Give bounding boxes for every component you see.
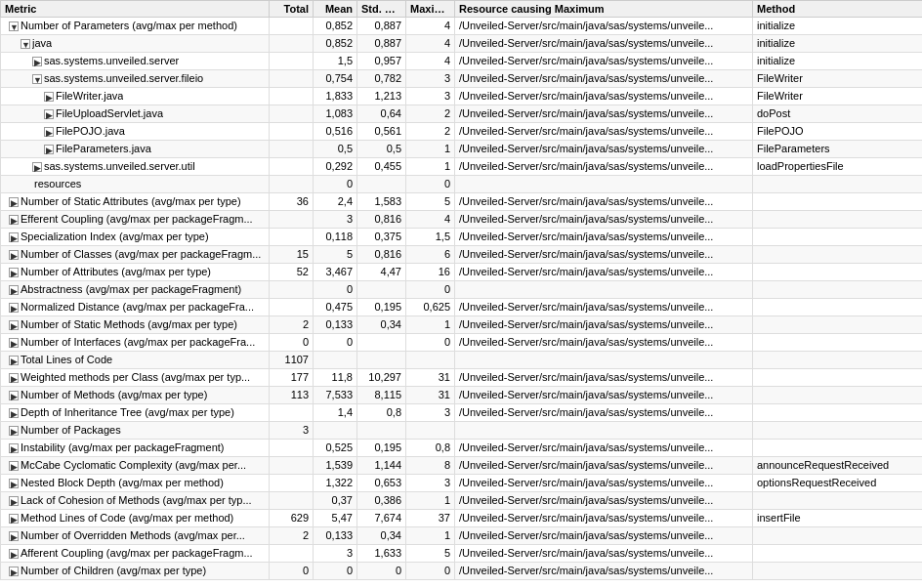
method-cell: announceRequestReceived xyxy=(753,457,923,475)
expand-collapse-icon[interactable]: ▶ xyxy=(9,531,19,541)
expand-collapse-icon[interactable]: ▶ xyxy=(32,162,42,172)
expand-collapse-icon[interactable]: ▶ xyxy=(9,443,19,453)
stddev-cell: 0,195 xyxy=(357,299,406,316)
table-row: ▶Depth of Inheritance Tree (avg/max per … xyxy=(1,404,923,422)
expand-collapse-icon[interactable]: ▶ xyxy=(9,320,19,330)
resource-cell: /Unveiled-Server/src/main/java/sas/syste… xyxy=(455,510,753,527)
total-cell xyxy=(270,88,314,105)
maxim-cell: 0 xyxy=(406,281,455,299)
table-row: ▶Efferent Coupling (avg/max per packageF… xyxy=(1,211,923,229)
resource-cell: /Unveiled-Server/src/main/java/sas/syste… xyxy=(455,88,753,105)
expand-collapse-icon[interactable]: ▶ xyxy=(9,215,19,225)
method-cell xyxy=(753,264,923,281)
maxim-cell: 3 xyxy=(406,475,455,492)
table-row: ▶Number of Static Attributes (avg/max pe… xyxy=(1,193,923,211)
metric-label: McCabe Cyclomatic Complexity (avg/max pe… xyxy=(21,458,246,473)
maxim-cell: 4 xyxy=(406,18,455,35)
table-row: ▶FileUploadServlet.java1,0830,642/Unveil… xyxy=(1,105,923,123)
resource-cell: /Unveiled-Server/src/main/java/sas/syste… xyxy=(455,105,753,123)
expand-collapse-icon[interactable]: ▼ xyxy=(9,21,19,31)
metric-label: FileWriter.java xyxy=(56,89,123,104)
mean-cell: 0,292 xyxy=(314,158,357,176)
expand-collapse-icon[interactable]: ▶ xyxy=(9,496,19,506)
expand-collapse-icon[interactable]: ▶ xyxy=(9,338,19,348)
stddev-cell: 0,8 xyxy=(357,404,406,422)
metric-cell: ▶FileUploadServlet.java xyxy=(1,105,270,123)
expand-collapse-icon[interactable]: ▶ xyxy=(9,197,19,207)
method-cell xyxy=(753,404,923,422)
maxim-cell: 3 xyxy=(406,88,455,105)
resource-cell: /Unveiled-Server/src/main/java/sas/syste… xyxy=(455,316,753,334)
metric-label: Number of Interfaces (avg/max per packag… xyxy=(21,335,255,350)
method-cell xyxy=(753,492,923,510)
stddev-cell: 0,386 xyxy=(357,492,406,510)
maxim-cell: 31 xyxy=(406,369,455,387)
method-cell: loadPropertiesFile xyxy=(753,158,923,176)
expand-collapse-icon[interactable]: ▶ xyxy=(9,426,19,436)
expand-collapse-icon[interactable]: ▶ xyxy=(44,127,54,137)
expand-collapse-icon[interactable]: ▶ xyxy=(9,285,19,295)
expand-collapse-icon[interactable]: ▶ xyxy=(44,109,54,119)
table-row: ▶Abstractness (avg/max per packageFragme… xyxy=(1,281,923,299)
expand-collapse-icon[interactable]: ▼ xyxy=(32,74,42,84)
maxim-cell: 8 xyxy=(406,457,455,475)
method-cell: FileWriter xyxy=(753,70,923,88)
expand-collapse-icon[interactable]: ▶ xyxy=(9,250,19,260)
expand-collapse-icon[interactable]: ▶ xyxy=(9,391,19,400)
expand-collapse-icon[interactable]: ▶ xyxy=(9,373,19,383)
metric-label: java xyxy=(32,36,52,51)
resource-cell xyxy=(455,352,753,369)
stddev-cell: 0,782 xyxy=(357,70,406,88)
mean-cell: 0,525 xyxy=(314,440,357,457)
metric-cell: ▶Number of Static Methods (avg/max per t… xyxy=(1,316,270,334)
expand-collapse-icon[interactable]: ▶ xyxy=(9,549,19,559)
metric-label: sas.systems.unveiled.server.util xyxy=(44,159,195,174)
table-row: ▶Normalized Distance (avg/max per packag… xyxy=(1,299,923,316)
mean-cell: 0 xyxy=(314,176,357,193)
metric-label: Number of Static Attributes (avg/max per… xyxy=(21,194,241,209)
mean-cell: 0 xyxy=(314,334,357,352)
expand-collapse-icon[interactable]: ▶ xyxy=(32,57,42,66)
expand-collapse-icon[interactable]: ▶ xyxy=(44,92,54,102)
expand-collapse-icon[interactable]: ▶ xyxy=(9,408,19,418)
method-cell xyxy=(753,369,923,387)
stddev-cell: 4,47 xyxy=(357,264,406,281)
total-cell xyxy=(270,475,314,492)
mean-cell: 0,754 xyxy=(314,70,357,88)
metric-label: Number of Overridden Methods (avg/max pe… xyxy=(21,528,245,543)
table-row: ▶FilePOJO.java0,5160,5612/Unveiled-Serve… xyxy=(1,123,923,141)
expand-collapse-icon[interactable]: ▶ xyxy=(9,479,19,488)
method-cell xyxy=(753,440,923,457)
expand-collapse-icon[interactable]: ▶ xyxy=(44,145,54,154)
metric-label: Number of Methods (avg/max per type) xyxy=(21,388,207,402)
method-cell xyxy=(753,246,923,264)
expand-collapse-icon[interactable]: ▶ xyxy=(9,514,19,524)
maxim-cell: 0,8 xyxy=(406,440,455,457)
mean-cell: 0,37 xyxy=(314,492,357,510)
maxim-cell: 1 xyxy=(406,158,455,176)
table-row: ▶Number of Attributes (avg/max per type)… xyxy=(1,264,923,281)
maxim-cell: 1 xyxy=(406,141,455,158)
total-cell xyxy=(270,440,314,457)
expand-collapse-icon[interactable]: ▶ xyxy=(9,461,19,471)
method-cell: optionsRequestReceived xyxy=(753,475,923,492)
metric-label: sas.systems.unveiled.server xyxy=(44,54,179,68)
resource-cell: /Unveiled-Server/src/main/java/sas/syste… xyxy=(455,246,753,264)
resource-cell: /Unveiled-Server/src/main/java/sas/syste… xyxy=(455,334,753,352)
table-row: ▼java0,8520,8874/Unveiled-Server/src/mai… xyxy=(1,35,923,53)
table-row: ▶Specialization Index (avg/max per type)… xyxy=(1,229,923,246)
expand-collapse-icon[interactable]: ▶ xyxy=(9,268,19,277)
metric-label: Number of Classes (avg/max per packageFr… xyxy=(21,247,261,262)
metric-label: Method Lines of Code (avg/max per method… xyxy=(21,511,233,525)
maxim-cell: 1 xyxy=(406,492,455,510)
expand-collapse-icon[interactable]: ▶ xyxy=(9,356,19,365)
expand-collapse-icon[interactable]: ▼ xyxy=(21,39,30,49)
metric-cell: ▶Lack of Cohesion of Methods (avg/max pe… xyxy=(1,492,270,510)
maxim-cell: 2 xyxy=(406,123,455,141)
expand-collapse-icon[interactable]: ▶ xyxy=(9,567,19,576)
maxim-cell: 37 xyxy=(406,510,455,527)
expand-collapse-icon[interactable]: ▶ xyxy=(9,232,19,242)
stddev-cell: 8,115 xyxy=(357,387,406,404)
resource-cell xyxy=(455,281,753,299)
expand-collapse-icon[interactable]: ▶ xyxy=(9,303,19,313)
